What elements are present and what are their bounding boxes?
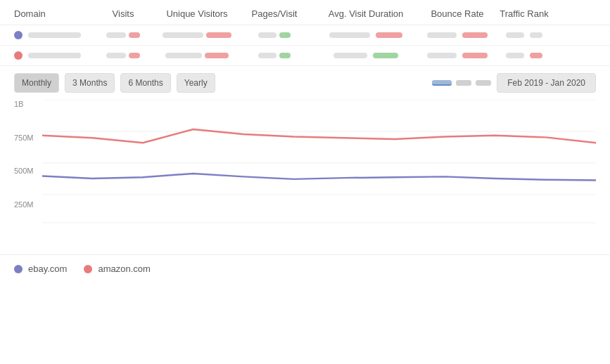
legend-label-amazon: amazon.com	[98, 264, 150, 274]
cell-avg-2	[310, 53, 422, 58]
cell-bounce-1	[422, 32, 493, 38]
main-container: Domain Visits Unique Visitors Pages/Visi…	[0, 0, 610, 364]
btn-yearly[interactable]: Yearly	[177, 73, 215, 93]
y-label-1b: 1B	[14, 100, 34, 108]
btn-monthly[interactable]: Monthly	[14, 73, 59, 93]
rank-bar-2a	[506, 53, 524, 58]
legend-item-amazon: amazon.com	[84, 264, 150, 274]
rank-bar-2b	[530, 53, 542, 58]
bounce-bar-2b	[462, 53, 488, 58]
cell-visits-1	[91, 32, 155, 38]
legend-label-ebay: ebay.com	[28, 264, 67, 274]
rank-bar-1b	[530, 32, 542, 38]
y-label-500m: 500M	[14, 167, 34, 175]
dot-red	[14, 51, 23, 60]
cell-avg-1	[310, 32, 422, 38]
col-header-rank: Traffic Rank	[493, 8, 556, 19]
table-row	[0, 25, 610, 46]
controls-row: Monthly 3 Months 6 Months Yearly Feb 201…	[0, 66, 610, 100]
col-header-bounce: Bounce Rate	[422, 8, 493, 19]
pages-bar-2b	[279, 53, 291, 58]
cell-unique-1	[155, 32, 239, 38]
y-label-750m: 750M	[14, 134, 34, 142]
cell-domain-2	[14, 51, 91, 60]
cell-visits-2	[91, 53, 155, 58]
pages-bar-2a	[258, 53, 277, 58]
dot-blue	[14, 31, 23, 39]
chart-controls	[432, 80, 491, 86]
legend-item-ebay: ebay.com	[14, 264, 67, 274]
table-row	[0, 46, 610, 66]
visits-bar-1b	[129, 32, 140, 38]
cell-bounce-2	[422, 53, 493, 58]
cell-pages-1	[239, 32, 310, 38]
y-label-250m: 250M	[14, 200, 34, 209]
bounce-bar-2a	[427, 53, 457, 58]
legend-dot-amazon	[84, 265, 92, 273]
unique-bar-1	[163, 32, 203, 38]
avg-bar-1a	[329, 32, 370, 38]
col-header-visits: Visits	[91, 8, 155, 19]
cell-rank-2	[493, 53, 556, 58]
domain-bar-1	[28, 32, 81, 38]
date-range-btn[interactable]: Feb 2019 - Jan 2020	[497, 73, 596, 93]
btn-3months[interactable]: 3 Months	[65, 73, 115, 93]
table-header: Domain Visits Unique Visitors Pages/Visi…	[0, 0, 610, 25]
cell-domain-1	[14, 31, 91, 39]
bounce-bar-1a	[427, 32, 457, 38]
cell-rank-1	[493, 32, 556, 38]
legend: ebay.com amazon.com	[0, 254, 610, 280]
chart-ctrl-bar-blue	[432, 80, 452, 86]
visits-bar-1a	[106, 32, 126, 38]
unique-bar-2b	[205, 53, 229, 58]
btn-6months[interactable]: 6 Months	[120, 73, 170, 93]
avg-bar-2a	[333, 53, 367, 58]
pages-bar-1b	[279, 32, 291, 38]
bounce-bar-1b	[462, 32, 488, 38]
y-labels: 1B 750M 500M 250M	[14, 100, 34, 233]
rank-bar-1a	[506, 32, 524, 38]
col-header-avg: Avg. Visit Duration	[310, 8, 422, 19]
col-header-domain: Domain	[14, 8, 91, 19]
chart-area: 1B 750M 500M 250M	[0, 100, 610, 254]
cell-pages-2	[239, 53, 310, 58]
col-header-unique: Unique Visitors	[155, 8, 239, 19]
unique-bar-1b	[206, 32, 231, 38]
visits-bar-2b	[129, 53, 140, 58]
col-header-pages: Pages/Visit	[239, 8, 310, 19]
cell-unique-2	[155, 53, 239, 58]
unique-bar-2a	[165, 53, 202, 58]
avg-bar-1b	[376, 32, 402, 38]
visits-bar-2a	[106, 53, 126, 58]
domain-bar-2	[28, 53, 81, 58]
line-chart	[42, 100, 596, 226]
chart-ctrl-bar-gray1	[456, 80, 471, 86]
avg-bar-2b	[373, 53, 398, 58]
chart-ctrl-bar-gray2	[476, 80, 491, 86]
legend-dot-ebay	[14, 265, 23, 273]
pages-bar-1a	[258, 32, 277, 38]
